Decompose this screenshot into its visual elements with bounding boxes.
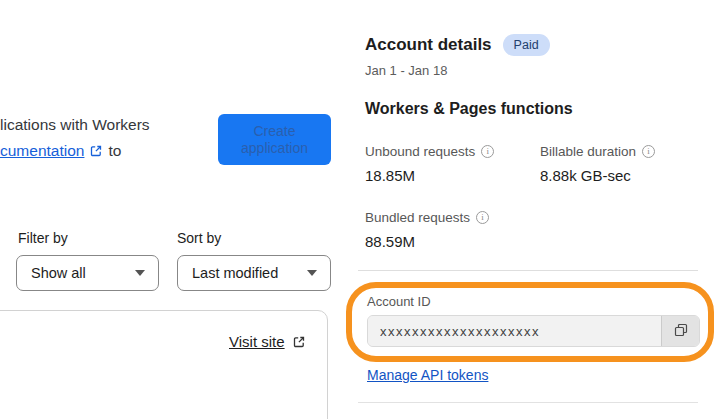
info-icon[interactable] <box>481 145 494 158</box>
stat-value: 18.85M <box>365 167 494 184</box>
visit-site-link[interactable]: Visit site <box>229 333 306 350</box>
external-link-icon <box>89 144 103 158</box>
info-icon[interactable] <box>642 145 655 158</box>
stat-value: 8.88k GB-sec <box>540 167 655 184</box>
filter-by-label: Filter by <box>18 230 68 246</box>
copy-button[interactable] <box>661 316 699 346</box>
project-card <box>0 310 328 419</box>
account-id-input[interactable] <box>368 316 661 346</box>
stat-unbound-requests: Unbound requests 18.85M <box>365 144 494 184</box>
account-details-header: Account details Paid <box>365 34 550 56</box>
account-details-title: Account details <box>365 35 492 55</box>
intro-text-line1: lications with Workers <box>0 116 150 134</box>
info-icon[interactable] <box>476 211 489 224</box>
intro-text-line2: cumentation to <box>0 142 121 160</box>
functions-section-title: Workers & Pages functions <box>365 100 573 118</box>
divider <box>358 270 698 271</box>
create-application-button[interactable]: Create application <box>218 114 331 165</box>
stat-billable-duration: Billable duration 8.88k GB-sec <box>540 144 655 184</box>
stat-label: Unbound requests <box>365 144 475 159</box>
visit-site-label: Visit site <box>229 333 285 350</box>
external-link-icon <box>292 335 306 349</box>
chevron-down-icon <box>135 270 145 276</box>
manage-api-tokens-link[interactable]: Manage API tokens <box>367 367 488 383</box>
account-id-label: Account ID <box>367 294 431 309</box>
stat-value: 88.59M <box>365 233 489 250</box>
account-id-field-group <box>367 315 700 347</box>
paid-plan-badge: Paid <box>503 34 550 56</box>
divider <box>358 402 698 403</box>
date-range: Jan 1 - Jan 18 <box>365 63 447 78</box>
sort-dropdown-value: Last modified <box>192 265 278 281</box>
documentation-link[interactable]: cumentation <box>0 142 84 160</box>
chevron-down-icon <box>307 270 317 276</box>
stat-bundled-requests: Bundled requests 88.59M <box>365 210 489 250</box>
workers-pages-dashboard: lications with Workers cumentation to Cr… <box>0 0 718 419</box>
sort-by-label: Sort by <box>177 230 221 246</box>
stat-label: Bundled requests <box>365 210 470 225</box>
filter-dropdown[interactable]: Show all <box>16 255 159 291</box>
stat-label: Billable duration <box>540 144 636 159</box>
intro-text-suffix: to <box>108 142 121 160</box>
sort-dropdown[interactable]: Last modified <box>177 255 331 291</box>
filter-dropdown-value: Show all <box>31 265 86 281</box>
copy-icon <box>673 322 689 341</box>
